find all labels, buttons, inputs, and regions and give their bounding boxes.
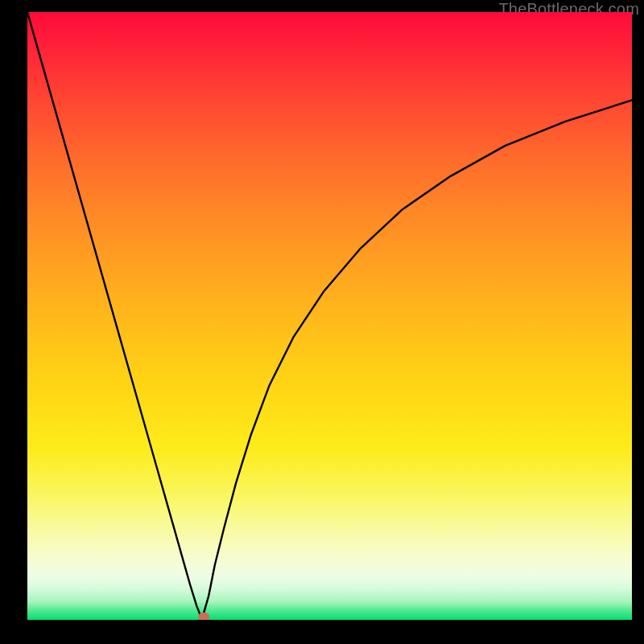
chart-container: TheBottleneck.com (0, 0, 644, 644)
plot-area (27, 12, 632, 620)
heat-gradient-background (27, 12, 632, 620)
